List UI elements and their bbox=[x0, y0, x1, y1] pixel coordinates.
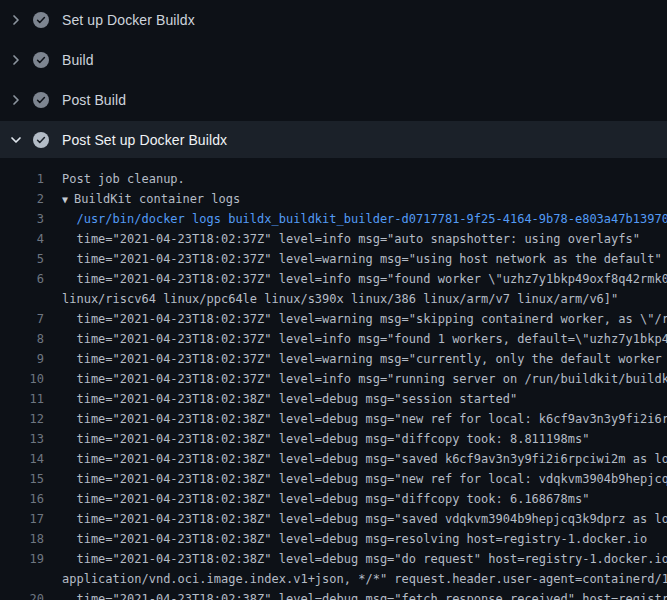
log-line-text: time="2021-04-23T18:02:38Z" level=debug … bbox=[62, 449, 667, 469]
log-line-number[interactable]: 14 bbox=[0, 449, 44, 469]
log-line-text: linux/riscv64 linux/ppc64le linux/s390x … bbox=[62, 289, 618, 309]
log-line: 15 time="2021-04-23T18:02:38Z" level=deb… bbox=[0, 469, 667, 489]
log-line-number[interactable]: 18 bbox=[0, 529, 44, 549]
log-line: 9 time="2021-04-23T18:02:37Z" level=warn… bbox=[0, 349, 667, 369]
log-line-number[interactable]: 4 bbox=[0, 229, 44, 249]
log-line: 20 time="2021-04-23T18:02:38Z" level=deb… bbox=[0, 589, 667, 600]
log-line-text: time="2021-04-23T18:02:38Z" level=debug … bbox=[62, 469, 667, 489]
log-line: 4 time="2021-04-23T18:02:37Z" level=info… bbox=[0, 229, 667, 249]
log-line-number[interactable]: 11 bbox=[0, 389, 44, 409]
chevron-down-icon bbox=[8, 132, 24, 148]
log-line-text: time="2021-04-23T18:02:37Z" level=warnin… bbox=[62, 349, 667, 369]
log-line-text: time="2021-04-23T18:02:38Z" level=debug … bbox=[62, 389, 517, 409]
log-line-number[interactable]: 9 bbox=[0, 349, 44, 369]
steps-list: Set up Docker Buildx Build Post Build Po… bbox=[0, 0, 667, 158]
check-circle-icon bbox=[33, 132, 49, 148]
log-line: 13 time="2021-04-23T18:02:38Z" level=deb… bbox=[0, 429, 667, 449]
log-line: 7 time="2021-04-23T18:02:37Z" level=warn… bbox=[0, 309, 667, 329]
log-line-text: time="2021-04-23T18:02:37Z" level=info m… bbox=[62, 369, 667, 389]
log-line-text: time="2021-04-23T18:02:38Z" level=debug … bbox=[62, 489, 589, 509]
log-rows: 1Post job cleanup.2▼ BuildKit container … bbox=[0, 169, 667, 600]
step-row-set-up-docker-buildx[interactable]: Set up Docker Buildx bbox=[0, 0, 667, 40]
log-line-number[interactable]: 19 bbox=[0, 549, 44, 569]
log-line: 8 time="2021-04-23T18:02:37Z" level=info… bbox=[0, 329, 667, 349]
step-label: Post Build bbox=[62, 92, 126, 108]
log-line-text: application/vnd.oci.image.index.v1+json,… bbox=[62, 569, 667, 589]
log-line: 6 time="2021-04-23T18:02:37Z" level=info… bbox=[0, 269, 667, 289]
log-line: linux/riscv64 linux/ppc64le linux/s390x … bbox=[0, 289, 667, 309]
log-line: 19 time="2021-04-23T18:02:38Z" level=deb… bbox=[0, 549, 667, 569]
log-viewer: 1Post job cleanup.2▼ BuildKit container … bbox=[0, 158, 667, 600]
log-line-text: Post job cleanup. bbox=[62, 169, 185, 189]
step-label: Build bbox=[62, 52, 94, 68]
step-row-post-set-up-docker-buildx[interactable]: Post Set up Docker Buildx bbox=[0, 121, 667, 158]
log-line-text: time="2021-04-23T18:02:37Z" level=warnin… bbox=[62, 309, 667, 329]
log-line-number[interactable]: 7 bbox=[0, 309, 44, 329]
step-label: Post Set up Docker Buildx bbox=[62, 132, 227, 148]
log-line-text: time="2021-04-23T18:02:38Z" level=debug … bbox=[62, 509, 667, 529]
log-command-text: /usr/bin/docker logs buildx_buildkit_bui… bbox=[62, 209, 667, 229]
log-line-text[interactable]: ▼ BuildKit container logs bbox=[62, 189, 240, 209]
log-line-number[interactable]: 12 bbox=[0, 409, 44, 429]
log-line: 12 time="2021-04-23T18:02:38Z" level=deb… bbox=[0, 409, 667, 429]
log-line: 16 time="2021-04-23T18:02:38Z" level=deb… bbox=[0, 489, 667, 509]
log-line: 18 time="2021-04-23T18:02:38Z" level=deb… bbox=[0, 529, 667, 549]
log-line-number[interactable]: 13 bbox=[0, 429, 44, 449]
chevron-right-icon bbox=[8, 52, 24, 68]
log-line-number bbox=[0, 289, 44, 309]
log-line-text: time="2021-04-23T18:02:38Z" level=debug … bbox=[62, 529, 647, 549]
step-row-build[interactable]: Build bbox=[0, 40, 667, 80]
log-line-text: time="2021-04-23T18:02:37Z" level=info m… bbox=[62, 329, 667, 349]
log-line-number[interactable]: 5 bbox=[0, 249, 44, 269]
check-circle-icon bbox=[33, 12, 49, 28]
log-line-text: time="2021-04-23T18:02:37Z" level=warnin… bbox=[62, 249, 662, 269]
log-line-number[interactable]: 10 bbox=[0, 369, 44, 389]
log-line-text: time="2021-04-23T18:02:37Z" level=info m… bbox=[62, 229, 640, 249]
log-line-number[interactable]: 2 bbox=[0, 189, 44, 209]
log-line-text: time="2021-04-23T18:02:38Z" level=debug … bbox=[62, 409, 667, 429]
log-line-number[interactable]: 1 bbox=[0, 169, 44, 189]
log-line-number[interactable]: 20 bbox=[0, 589, 44, 600]
log-line: 14 time="2021-04-23T18:02:38Z" level=deb… bbox=[0, 449, 667, 469]
check-circle-icon bbox=[33, 52, 49, 68]
check-circle-icon bbox=[33, 92, 49, 108]
log-line: 3 /usr/bin/docker logs buildx_buildkit_b… bbox=[0, 209, 667, 229]
log-line-text: time="2021-04-23T18:02:38Z" level=debug … bbox=[62, 429, 589, 449]
log-line-number[interactable]: 8 bbox=[0, 329, 44, 349]
step-row-post-build[interactable]: Post Build bbox=[0, 80, 667, 120]
log-line: 10 time="2021-04-23T18:02:37Z" level=inf… bbox=[0, 369, 667, 389]
log-line-number[interactable]: 17 bbox=[0, 509, 44, 529]
log-line: 11 time="2021-04-23T18:02:38Z" level=deb… bbox=[0, 389, 667, 409]
log-line: application/vnd.oci.image.index.v1+json,… bbox=[0, 569, 667, 589]
log-line: 2▼ BuildKit container logs bbox=[0, 189, 667, 209]
log-line-number[interactable]: 15 bbox=[0, 469, 44, 489]
step-label: Set up Docker Buildx bbox=[62, 12, 195, 28]
log-line: 5 time="2021-04-23T18:02:37Z" level=warn… bbox=[0, 249, 667, 269]
log-line-number[interactable]: 16 bbox=[0, 489, 44, 509]
group-toggle-icon[interactable]: ▼ bbox=[62, 194, 74, 205]
chevron-right-icon bbox=[8, 12, 24, 28]
log-line: 17 time="2021-04-23T18:02:38Z" level=deb… bbox=[0, 509, 667, 529]
log-line-text: time="2021-04-23T18:02:38Z" level=debug … bbox=[62, 589, 667, 600]
log-line-text: time="2021-04-23T18:02:38Z" level=debug … bbox=[62, 549, 667, 569]
log-line-text: time="2021-04-23T18:02:37Z" level=info m… bbox=[62, 269, 667, 289]
log-line-number[interactable]: 3 bbox=[0, 209, 44, 229]
log-line: 1Post job cleanup. bbox=[0, 169, 667, 189]
log-line-number[interactable]: 6 bbox=[0, 269, 44, 289]
chevron-right-icon bbox=[8, 92, 24, 108]
log-line-number bbox=[0, 569, 44, 589]
